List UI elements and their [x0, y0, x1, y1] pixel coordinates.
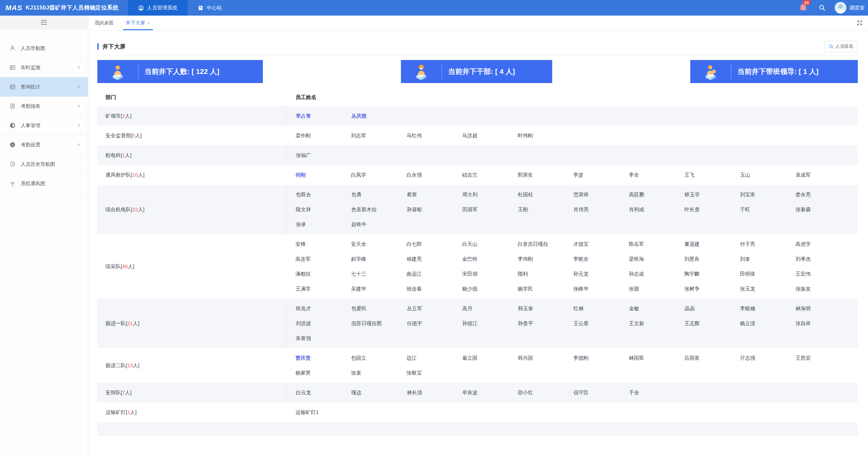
sidebar-item-person-nav-map[interactable]: 人员导航图 — [0, 39, 88, 58]
employee-name: 韩玉奎 — [518, 301, 574, 316]
employee-name: 丛立军 — [407, 301, 462, 316]
employee-name: 包爱民 — [351, 301, 407, 316]
employee-name: 高虎学 — [795, 237, 851, 252]
employee-name: 孙德江 — [462, 316, 518, 331]
banner-underground-people: 当前井下人数: [ 122 人] — [97, 60, 263, 83]
settings-circle-icon: m — [9, 142, 16, 148]
employee-name: 白天山 — [462, 237, 518, 252]
employee-name: 刘洪波 — [296, 316, 351, 331]
nav-item-personnel-system[interactable]: 人员管理系统 — [128, 0, 188, 16]
employee-name: 邓大利 — [462, 187, 518, 202]
user-menu[interactable]: 调度室 — [835, 2, 865, 14]
sidebar-item-query-statistics[interactable]: 查询统计 — [0, 77, 88, 97]
employee-name: 马红伟 — [407, 128, 462, 143]
employee-name[interactable]: 丛庆慈 — [351, 108, 407, 123]
employee-name: 林海明 — [795, 301, 851, 316]
sidebar-item-label: 人事管理 — [21, 122, 40, 129]
employee-name: 张福广 — [296, 148, 351, 163]
sidebar-item-attendance-report[interactable]: 考勤报表 — [0, 97, 88, 116]
employee-name: 白音吉日嘎拉 — [518, 237, 573, 252]
tab-bar: 我的桌面 井下大屏 × — [89, 16, 868, 31]
monitor-icon — [198, 5, 204, 11]
employee-name: 张录 — [296, 217, 351, 232]
employee-name: 张朋 — [629, 281, 684, 296]
employee-name: 隋利 — [518, 266, 573, 281]
names-grid: 白云龙嘎达林长清牟良波邵小红信守臣于全 — [287, 383, 858, 402]
notifications-button[interactable]: 23 — [799, 3, 808, 13]
sidebar-item-label: 人员导航图 — [21, 45, 45, 52]
nav-item-center-station[interactable]: 中心站 — [188, 0, 232, 16]
employee-name: 满都拉 — [295, 266, 351, 281]
table-row: 通风救护队[10人] 何刚白凤学白永强础古兰郭荣生李波李全王飞玉山袁成军 — [97, 165, 858, 185]
employee-name: 嘎达 — [351, 385, 407, 400]
avatar — [835, 2, 846, 14]
table-body: 矿领导[2人] 李占青丛庆慈 安全监督部[5人] 梁作刚刘志军马红伟马洪超时伟刚… — [97, 106, 858, 422]
employee-name: 陶宇麟 — [684, 266, 740, 281]
employee-name: 红林 — [573, 301, 629, 316]
fullscreen-button[interactable] — [855, 16, 865, 30]
contact-book-icon — [9, 103, 16, 109]
employee-name[interactable]: 李占青 — [296, 108, 351, 123]
tab-underground-screen[interactable]: 井下大屏 × — [120, 16, 156, 30]
nav-item-label: 中心站 — [207, 5, 222, 11]
sidebar-item-ventilation-map[interactable]: 系统通风图 — [0, 174, 88, 193]
employee-name: 张峰华 — [573, 281, 629, 296]
names-grid: 何刚白凤学白永强础古兰郭荣生李波李全王飞玉山袁成军 — [287, 165, 858, 185]
employee-name: 范荣祥 — [573, 187, 629, 202]
person-filter-button[interactable]: 人员筛选 — [824, 41, 858, 52]
employee-name: 时伟刚 — [518, 128, 573, 143]
employee-name: 邵小红 — [518, 385, 574, 400]
employee-name: 张春森 — [795, 202, 851, 217]
employee-name: 矫玉学 — [684, 187, 740, 202]
employee-name: 金敏 — [629, 301, 684, 316]
employee-name: 付子亮 — [740, 237, 795, 252]
names-grid: 梁作刚刘志军马红伟马洪超时伟刚 — [287, 126, 858, 145]
sidebar-item-realtime-monitor[interactable]: 实时监测 — [0, 58, 88, 77]
employee-name: 高月 — [462, 301, 518, 316]
employee-name: 郝学峰 — [351, 252, 407, 266]
column-header-department: 部门 — [97, 94, 287, 101]
navbar-right: 23 调度室 — [799, 0, 868, 16]
broadcast-icon — [9, 180, 16, 186]
banner-text: 当前井下干部: [ 4 人] — [442, 67, 521, 76]
chevron-left-icon — [77, 143, 81, 147]
dept-cell: 运输矿灯[1人] — [97, 409, 287, 416]
employee-name: 孙志成 — [629, 266, 684, 281]
employee-name: 牟良波 — [462, 385, 518, 400]
employee-name: 亓志强 — [740, 351, 795, 365]
employee-name: 蔡富 — [407, 187, 462, 202]
names-grid: 张福广 — [287, 145, 858, 165]
employee-name[interactable]: 何刚 — [295, 167, 351, 182]
page-header: 井下大屏 人员筛选 — [97, 42, 858, 51]
dept-cell: 综合机电队[22人] — [97, 206, 287, 213]
sidebar-item-person-history-map[interactable]: 人员历史导航图 — [0, 155, 88, 174]
dept-cell: 安全监督部[5人] — [97, 133, 287, 139]
sidebar-item-hr-management[interactable]: 人事管理 — [0, 116, 88, 135]
employee-name: 于旺 — [740, 202, 796, 217]
search-button[interactable] — [819, 4, 826, 11]
dept-cell: 综采队[40人] — [97, 263, 287, 270]
sidebar-item-label: 实时监测 — [21, 64, 40, 71]
employee-name: 赵铁牛 — [351, 217, 407, 232]
dept-cell: 安拆队[7人] — [97, 390, 287, 396]
table-row: 综合机电队[22人] 包双合包勇蔡富邓大利杜国柱范荣祥高廷鹏矫玉学刘宝库娄永亮陆… — [97, 185, 858, 234]
employee-name: 吕国富 — [684, 351, 740, 365]
dept-cell: 矿领导[2人] — [97, 113, 287, 119]
sidebar-item-attendance-settings[interactable]: m 考勤设置 — [0, 135, 88, 155]
employee-name: 白七郎 — [407, 237, 462, 252]
employee-name: 李晓楠 — [740, 301, 796, 316]
employee-name: 李晓全 — [573, 252, 629, 266]
tab-my-desktop[interactable]: 我的桌面 — [89, 16, 120, 30]
sidebar-collapse-button[interactable] — [0, 16, 88, 29]
sidebar-item-label: 查询统计 — [21, 84, 40, 90]
close-icon[interactable]: × — [147, 20, 150, 25]
employee-name[interactable]: 曹庆贵 — [295, 351, 351, 365]
employee-name: 任德宇 — [407, 316, 462, 331]
brand: MAS KJ1150J煤矿井下人员精确定位系统 — [0, 0, 128, 16]
employee-name: 李伟刚 — [518, 252, 573, 266]
employee-name: 王文新 — [629, 316, 684, 331]
employee-name: 陈岳军 — [629, 237, 684, 252]
employee-name: 刘志军 — [351, 128, 407, 143]
dept-cell: 掘进一队[21人] — [97, 320, 287, 327]
employee-name: 孙贵平 — [518, 316, 574, 331]
